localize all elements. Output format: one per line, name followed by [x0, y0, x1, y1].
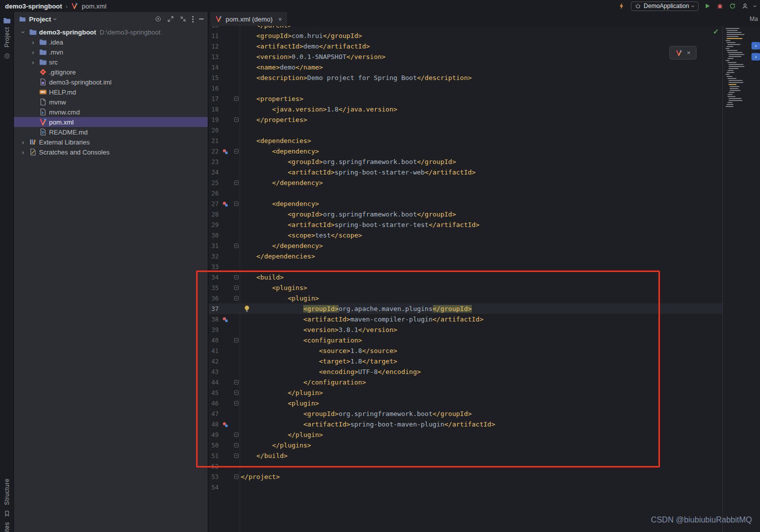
- fold-marker-icon[interactable]: [234, 390, 239, 395]
- fold-marker-icon[interactable]: [234, 454, 239, 458]
- minimap[interactable]: [725, 28, 752, 108]
- code-line[interactable]: 40 <configuration>: [209, 335, 722, 346]
- code-line[interactable]: 11 <groupId>com.hrui</groupId>: [209, 30, 722, 41]
- code-line[interactable]: 12 <artifactId>demo</artifactId>: [209, 41, 722, 52]
- intention-bulb-icon[interactable]: [244, 305, 250, 312]
- rerun-button[interactable]: [729, 2, 736, 10]
- code-line[interactable]: 15 <description>Demo project for Spring …: [209, 72, 722, 83]
- close-icon[interactable]: ×: [687, 49, 691, 56]
- fold-marker-icon[interactable]: [234, 202, 239, 206]
- project-tree-item[interactable]: .gitignore: [14, 67, 208, 77]
- profiler-icon[interactable]: [617, 2, 625, 10]
- maven-gutter-icon[interactable]: [219, 201, 232, 207]
- collapse-all-icon[interactable]: [180, 16, 187, 22]
- notification-button-1[interactable]: ›: [751, 42, 760, 50]
- code-line[interactable]: 44 </configuration>: [209, 377, 722, 388]
- tool-button-project[interactable]: Project: [4, 27, 11, 48]
- code-line[interactable]: 41 <source>1.8</source>: [209, 346, 722, 356]
- code-line[interactable]: 42 <target>1.8</target>: [209, 356, 722, 366]
- chevron-collapsed-icon[interactable]: ›: [18, 138, 28, 146]
- code-line[interactable]: 28 <groupId>org.springframework.boot</gr…: [209, 209, 722, 220]
- code-line[interactable]: 18 <java.version>1.8</java.version>: [209, 104, 722, 114]
- fold-marker-icon[interactable]: [234, 244, 239, 248]
- avatar[interactable]: [741, 2, 748, 10]
- code-line[interactable]: 36 <plugin>: [209, 293, 722, 304]
- fold-marker-icon[interactable]: [234, 96, 239, 101]
- fold-marker-icon[interactable]: [234, 401, 239, 406]
- chevron-collapsed-icon[interactable]: ›: [28, 38, 38, 46]
- fold-marker-icon[interactable]: [234, 380, 239, 384]
- project-tree-item[interactable]: ›Scratches and Consoles: [14, 147, 208, 157]
- code-line[interactable]: 16: [209, 83, 722, 94]
- inspections-ok-icon[interactable]: ✓: [713, 28, 719, 36]
- code-line[interactable]: 30 <scope>test</scope>: [209, 230, 722, 240]
- maven-tool-window-stub[interactable]: Ma: [749, 16, 758, 22]
- fold-marker-icon[interactable]: [234, 338, 239, 342]
- commit-tool-icon[interactable]: [4, 52, 11, 60]
- notification-button-2[interactable]: ›: [751, 53, 760, 60]
- project-tree-item[interactable]: mvnw: [14, 97, 208, 107]
- project-panel-title[interactable]: Project: [29, 16, 51, 23]
- fold-marker-icon[interactable]: [234, 474, 239, 479]
- locate-file-icon[interactable]: [155, 16, 162, 22]
- project-tool-icon[interactable]: [3, 16, 11, 24]
- fold-marker-icon[interactable]: [234, 149, 239, 154]
- fold-marker-icon[interactable]: [234, 432, 239, 437]
- code-line[interactable]: 43 <encoding>UTF-8</encoding>: [209, 366, 722, 377]
- fold-marker-icon[interactable]: [234, 180, 239, 185]
- code-line[interactable]: 27 <dependency>: [209, 198, 722, 209]
- tool-button-favorites[interactable]: Favorites: [4, 522, 11, 532]
- project-tree-item[interactable]: ›.idea: [14, 37, 208, 47]
- code-line[interactable]: 49 </plugin>: [209, 430, 722, 440]
- code-line[interactable]: 48 <artifactId>spring-boot-maven-plugin<…: [209, 419, 722, 430]
- project-tree-item[interactable]: ›.mvn: [14, 47, 208, 57]
- code-line[interactable]: 17 <properties>: [209, 94, 722, 104]
- expand-all-icon[interactable]: [167, 16, 174, 22]
- maven-gutter-icon[interactable]: [219, 316, 232, 322]
- code-line[interactable]: 52: [209, 461, 722, 472]
- code-line[interactable]: 26: [209, 188, 722, 198]
- code-line[interactable]: 46 <plugin>: [209, 398, 722, 408]
- tool-button-structure[interactable]: Structure: [4, 478, 11, 505]
- code-line[interactable]: 35 <plugins>: [209, 282, 722, 293]
- maven-icon[interactable]: [675, 50, 682, 56]
- chevron-collapsed-icon[interactable]: ›: [28, 58, 38, 66]
- code-line[interactable]: 13 <version>0.0.1-SNAPSHOT</version>: [209, 52, 722, 62]
- project-tree-item[interactable]: ›External Libraries: [14, 137, 208, 147]
- code-editor[interactable]: 10 </parent>11 <groupId>com.hrui</groupI…: [209, 20, 722, 492]
- chevron-expanded-icon[interactable]: ›: [20, 27, 27, 37]
- run-configuration-select[interactable]: DemoApplication ›: [631, 2, 698, 11]
- code-line[interactable]: 22 <dependency>: [209, 146, 722, 156]
- code-line[interactable]: 25 </dependency>: [209, 178, 722, 188]
- code-line[interactable]: 34 <build>: [209, 272, 722, 282]
- project-tree-item[interactable]: mvnw.cmd: [14, 107, 208, 117]
- chevron-collapsed-icon[interactable]: ›: [18, 148, 28, 156]
- project-tree-item[interactable]: demo3-springboot.iml: [14, 77, 208, 87]
- project-tree-item[interactable]: README.md: [14, 127, 208, 137]
- chevron-collapsed-icon[interactable]: ›: [28, 48, 38, 56]
- code-line[interactable]: 50 </plugins>: [209, 440, 722, 450]
- code-line[interactable]: 19 </properties>: [209, 114, 722, 125]
- code-line[interactable]: 29 <artifactId>spring-boot-starter-test<…: [209, 220, 722, 230]
- code-line[interactable]: 33: [209, 262, 722, 272]
- scrollbar-track[interactable]: [722, 26, 723, 532]
- maven-gutter-icon[interactable]: [219, 148, 232, 154]
- code-line[interactable]: 20: [209, 125, 722, 136]
- code-line[interactable]: 37 <groupId>org.apache.maven.plugins</gr…: [209, 304, 722, 314]
- fold-marker-icon[interactable]: [234, 296, 239, 300]
- code-line[interactable]: 38 <artifactId>maven-compiler-plugin</ar…: [209, 314, 722, 324]
- bookmarks-icon[interactable]: [4, 510, 11, 517]
- project-tree-item[interactable]: ›demo3-springbootD:\demo3-springboot: [14, 27, 208, 37]
- maven-gutter-icon[interactable]: [219, 422, 232, 428]
- tab-pom-xml[interactable]: pom.xml (demo) ×: [210, 12, 287, 26]
- fold-marker-icon[interactable]: [234, 275, 239, 280]
- code-line[interactable]: 32 </dependencies>: [209, 251, 722, 262]
- code-line[interactable]: 31 </dependency>: [209, 240, 722, 251]
- project-tree-item[interactable]: pom.xml: [14, 117, 208, 127]
- hide-panel-icon[interactable]: [199, 18, 204, 20]
- chevron-down-icon[interactable]: ›: [751, 5, 758, 7]
- code-line[interactable]: 23 <groupId>org.springframework.boot</gr…: [209, 156, 722, 167]
- project-tree-item[interactable]: HELP.md: [14, 87, 208, 97]
- code-line[interactable]: 14 <name>demo</name>: [209, 62, 722, 72]
- debug-button[interactable]: [716, 2, 723, 10]
